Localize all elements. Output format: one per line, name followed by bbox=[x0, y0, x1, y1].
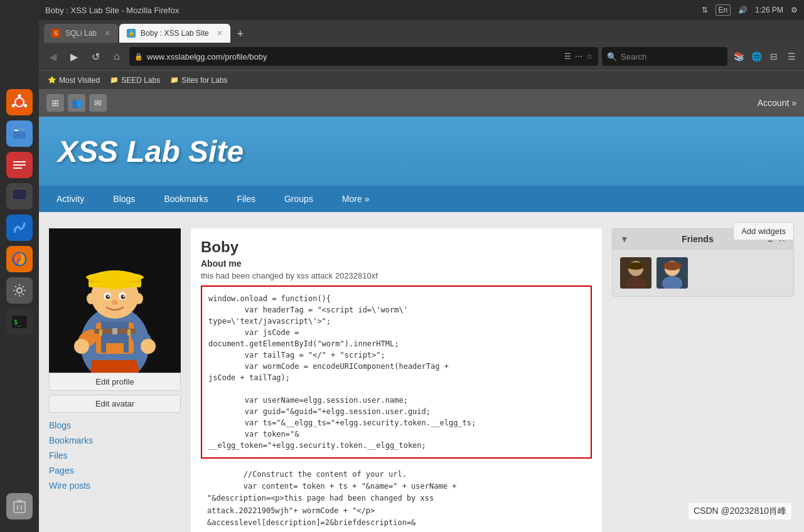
menu-icon[interactable]: ☰ bbox=[784, 49, 799, 64]
profile-name: Boby bbox=[201, 238, 592, 256]
profile-link-pages[interactable]: Pages bbox=[49, 463, 181, 478]
back-button[interactable]: ◀ bbox=[44, 48, 62, 65]
volume-icon: 🔊 bbox=[738, 6, 748, 14]
below-code-block: //Construct the content of your url. var… bbox=[201, 466, 592, 531]
site-toolbar: ⊞ 👥 ✉ Account » bbox=[39, 89, 804, 117]
browser-titlebar: Boby : XSS Lab Site - Mozilla Firefox ⇅ … bbox=[39, 0, 804, 20]
account-link[interactable]: Account » bbox=[758, 98, 796, 108]
firefox-icon[interactable] bbox=[6, 246, 33, 272]
site-nav: Activity Blogs Bookmarks Files Groups Mo… bbox=[39, 186, 804, 212]
nav-bookmarks[interactable]: Bookmarks bbox=[159, 191, 213, 206]
profile-links: Blogs Bookmarks Files Pages Wire posts bbox=[49, 418, 181, 493]
bookmark-star-icon[interactable]: ☆ bbox=[586, 52, 593, 61]
profile-link-wire-posts[interactable]: Wire posts bbox=[49, 478, 181, 493]
svg-point-43 bbox=[134, 293, 143, 304]
people-icon[interactable]: 👥 bbox=[68, 94, 85, 112]
clock: 1:26 PM bbox=[755, 6, 783, 14]
svg-point-40 bbox=[123, 295, 125, 297]
trash-icon[interactable] bbox=[6, 493, 33, 519]
main-content: Add widgets bbox=[39, 212, 804, 532]
svg-point-3 bbox=[24, 104, 27, 107]
new-tab-button[interactable]: + bbox=[232, 25, 249, 43]
forward-button[interactable]: ▶ bbox=[65, 48, 83, 65]
url-bar[interactable]: 🔒 www.xsslabelgg.com/profile/boby ☰ ⋯ ☆ bbox=[129, 47, 598, 66]
svg-rect-7 bbox=[14, 130, 18, 131]
friend-avatar-1[interactable] bbox=[620, 257, 651, 289]
firefox-sync-icon[interactable]: 🌐 bbox=[749, 49, 764, 64]
profile-sidebar: Edit profile Edit avatar Blogs Bookmarks… bbox=[49, 228, 181, 532]
svg-rect-6 bbox=[13, 131, 26, 139]
svg-point-63 bbox=[663, 262, 681, 270]
edit-avatar-button[interactable]: Edit avatar bbox=[49, 395, 181, 413]
app3-icon[interactable] bbox=[6, 183, 33, 210]
terminal-icon[interactable]: $_ bbox=[6, 309, 33, 335]
lock-icon: 🔒 bbox=[134, 53, 143, 61]
tab-bar: S SQLi Lab ✕ 🔒 Boby : XSS Lab Site ✕ + bbox=[39, 20, 804, 43]
svg-point-47 bbox=[141, 339, 156, 354]
grid-icon[interactable]: ⊞ bbox=[46, 94, 64, 112]
add-widgets-button[interactable]: Add widgets bbox=[733, 222, 794, 240]
svg-rect-11 bbox=[13, 168, 22, 169]
svg-point-4 bbox=[12, 104, 15, 107]
reader-icon[interactable]: ☰ bbox=[564, 52, 571, 61]
sqli-tab-close[interactable]: ✕ bbox=[104, 29, 110, 38]
bookmark-seed-labs[interactable]: 📁 SEED Labs bbox=[106, 74, 164, 87]
wireshark-icon[interactable] bbox=[6, 215, 33, 241]
xss-tab-label: Boby : XSS Lab Site bbox=[141, 29, 209, 38]
bookmark-most-visited[interactable]: ⭐ Most Visited bbox=[44, 74, 104, 87]
svg-rect-54 bbox=[99, 329, 102, 336]
svg-rect-28 bbox=[101, 321, 106, 353]
titlebar-left: Boby : XSS Lab Site - Mozilla Firefox bbox=[45, 6, 179, 15]
search-bar[interactable]: 🔍 Search bbox=[602, 47, 727, 66]
app2-icon[interactable] bbox=[6, 152, 33, 178]
svg-point-59 bbox=[627, 262, 645, 270]
bookmark-sites-for-labs[interactable]: 📁 Sites for Labs bbox=[166, 74, 231, 87]
nav-blogs[interactable]: Blogs bbox=[108, 191, 140, 206]
nav-more[interactable]: More » bbox=[337, 191, 375, 206]
url-bar-icons: ☰ ⋯ ☆ bbox=[564, 52, 593, 61]
sqli-tab-favicon: S bbox=[51, 29, 60, 38]
mail-icon[interactable]: ✉ bbox=[89, 94, 107, 112]
profile-link-files[interactable]: Files bbox=[49, 448, 181, 463]
search-icon: 🔍 bbox=[607, 52, 617, 61]
site-header: XSS Lab Site bbox=[39, 117, 804, 186]
website-content: ⊞ 👥 ✉ Account » XSS Lab Site Activity Bl… bbox=[39, 89, 804, 532]
sites-for-labs-label: Sites for Labs bbox=[181, 76, 227, 85]
nav-groups[interactable]: Groups bbox=[279, 191, 318, 206]
svg-rect-49 bbox=[112, 328, 117, 334]
settings-icon[interactable] bbox=[6, 277, 33, 304]
content-layout: Edit profile Edit avatar Blogs Bookmarks… bbox=[49, 228, 794, 532]
nav-activity[interactable]: Activity bbox=[51, 191, 89, 206]
svg-rect-13 bbox=[13, 189, 26, 200]
files-icon[interactable] bbox=[6, 120, 33, 147]
power-icon: ⚙ bbox=[791, 6, 798, 14]
tab-xss-lab[interactable]: 🔒 Boby : XSS Lab Site ✕ bbox=[119, 24, 230, 43]
svg-rect-29 bbox=[124, 321, 129, 353]
profile-avatar-container bbox=[49, 228, 181, 373]
profile-link-blogs[interactable]: Blogs bbox=[49, 418, 181, 433]
nav-files[interactable]: Files bbox=[232, 191, 260, 206]
csdn-watermark-text: CSDN @20232810肖峰 bbox=[694, 506, 786, 516]
friend-avatar-2[interactable] bbox=[657, 257, 688, 289]
home-button[interactable]: ⌂ bbox=[108, 48, 126, 65]
xss-tab-close[interactable]: ✕ bbox=[217, 29, 223, 38]
more-icon[interactable]: ⋯ bbox=[575, 52, 582, 61]
url-text: www.xsslabelgg.com/profile/boby bbox=[147, 52, 560, 61]
sites-icon: 📁 bbox=[170, 76, 179, 84]
tab-sqli-lab[interactable]: S SQLi Lab ✕ bbox=[44, 24, 118, 43]
csdn-watermark: CSDN @20232810肖峰 bbox=[689, 503, 791, 519]
sidebar-toggle-icon[interactable]: ⊟ bbox=[766, 49, 781, 64]
svg-rect-14 bbox=[14, 201, 25, 203]
xss-tab-favicon: 🔒 bbox=[127, 29, 136, 38]
edit-profile-button[interactable]: Edit profile bbox=[49, 373, 181, 391]
ubuntu-icon[interactable] bbox=[6, 89, 33, 115]
most-visited-icon: ⭐ bbox=[48, 76, 56, 84]
library-icon[interactable]: 📚 bbox=[731, 49, 746, 64]
reload-button[interactable]: ↺ bbox=[87, 48, 104, 65]
svg-point-41 bbox=[112, 300, 118, 305]
nav-right-icons: 📚 🌐 ⊟ ☰ bbox=[731, 49, 799, 64]
svg-rect-55 bbox=[127, 329, 131, 336]
profile-link-bookmarks[interactable]: Bookmarks bbox=[49, 433, 181, 448]
profile-main: Boby About me this had been changed by x… bbox=[191, 228, 602, 532]
sqli-tab-label: SQLi Lab bbox=[65, 29, 97, 38]
